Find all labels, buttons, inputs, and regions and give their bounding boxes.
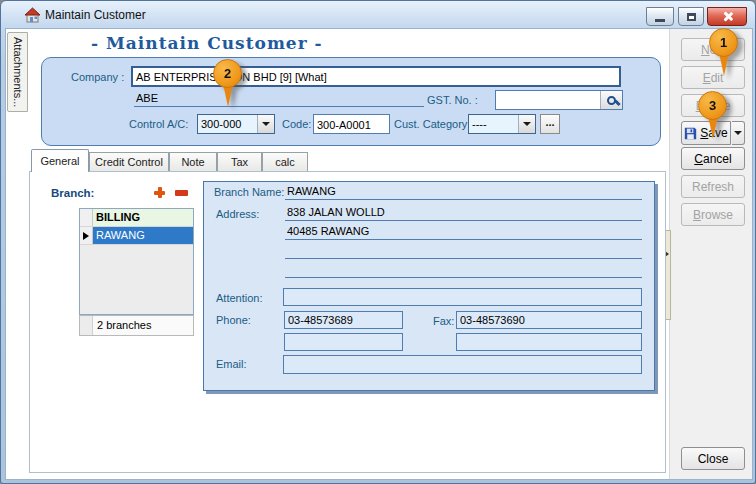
minus-icon bbox=[175, 190, 188, 196]
cust-category-label: Cust. Category: bbox=[394, 118, 470, 130]
annotation-marker-3: 3 bbox=[698, 91, 728, 139]
marker-number: 1 bbox=[709, 28, 738, 57]
gst-search-button[interactable] bbox=[600, 91, 622, 109]
current-row-icon bbox=[83, 232, 89, 240]
code-label: Code: bbox=[282, 118, 311, 130]
gst-label: GST. No. : bbox=[427, 94, 478, 106]
address-label: Address: bbox=[216, 208, 259, 220]
branch-list[interactable]: BILLING RAWANG bbox=[79, 208, 194, 315]
branch-row-billing[interactable]: BILLING bbox=[80, 209, 193, 227]
branch-name-input[interactable]: RAWANG bbox=[285, 184, 642, 200]
save-options-button[interactable] bbox=[732, 121, 745, 145]
add-branch-button[interactable] bbox=[153, 186, 166, 199]
control-ac-label: Control A/C: bbox=[129, 118, 188, 130]
minimize-icon bbox=[655, 19, 665, 22]
browse-button[interactable]: Browse bbox=[681, 203, 745, 226]
tab-note[interactable]: Note bbox=[169, 152, 217, 171]
attention-label: Attention: bbox=[216, 292, 262, 304]
tab-credit-control[interactable]: Credit Control bbox=[89, 152, 169, 171]
search-icon bbox=[607, 96, 616, 105]
refresh-button[interactable]: Refresh bbox=[681, 175, 745, 198]
marker-number: 3 bbox=[698, 91, 727, 120]
attachments-tab[interactable]: Attachments... bbox=[7, 32, 28, 112]
fax2-input[interactable] bbox=[456, 333, 642, 351]
annotation-marker-2: 2 bbox=[213, 59, 243, 107]
close-icon bbox=[722, 11, 733, 22]
row-gutter bbox=[80, 209, 93, 226]
control-ac-combo[interactable]: 300-000 bbox=[197, 114, 275, 134]
tab-general[interactable]: General bbox=[31, 149, 89, 172]
remove-branch-button[interactable] bbox=[175, 186, 188, 199]
control-ac-dropdown-button[interactable] bbox=[257, 115, 274, 133]
branch-count-bar: 2 branches bbox=[79, 315, 194, 336]
address-line-3-input[interactable] bbox=[285, 243, 642, 259]
tab-calc[interactable]: calc bbox=[262, 152, 308, 171]
address-line-1-input[interactable]: 838 JALAN WOLLD bbox=[285, 205, 642, 221]
company-label: Company : bbox=[71, 71, 124, 83]
maintain-customer-window: Maintain Customer Attachments... - Maint… bbox=[0, 0, 756, 484]
branch-name-label: Branch Name: bbox=[214, 186, 284, 198]
maximize-button[interactable] bbox=[678, 7, 704, 26]
fax-input[interactable]: 03-48573690 bbox=[456, 311, 642, 329]
minimize-button[interactable] bbox=[646, 7, 674, 26]
annotation-marker-1: 1 bbox=[709, 28, 739, 76]
phone2-input[interactable] bbox=[284, 333, 403, 351]
phone-label: Phone: bbox=[216, 314, 251, 326]
page-title: - Maintain Customer - bbox=[91, 33, 323, 53]
address-line-2-input[interactable]: 40485 RAWANG bbox=[285, 224, 642, 240]
fax-label: Fax: bbox=[433, 315, 454, 327]
cust-category-browse-button[interactable]: ... bbox=[540, 114, 560, 134]
email-label: Email: bbox=[216, 358, 247, 370]
close-window-button[interactable] bbox=[707, 7, 747, 26]
branch-count: 2 branches bbox=[93, 316, 193, 335]
cust-category-dropdown-button[interactable] bbox=[518, 115, 535, 133]
app-icon bbox=[24, 7, 41, 23]
email-input[interactable] bbox=[283, 355, 642, 374]
address-line-4-input[interactable] bbox=[285, 262, 642, 278]
marker-number: 2 bbox=[213, 59, 242, 88]
branch-row-rawang[interactable]: RAWANG bbox=[80, 227, 193, 245]
maximize-icon bbox=[687, 13, 696, 21]
phone-input[interactable]: 03-48573689 bbox=[284, 311, 403, 329]
cust-category-combo[interactable]: ---- bbox=[468, 114, 536, 134]
attention-input[interactable] bbox=[283, 288, 642, 306]
chevron-down-icon bbox=[523, 122, 531, 126]
company-input[interactable]: AB ENTERPRISE SDN BHD [9] [What] bbox=[131, 66, 621, 87]
short-code-input[interactable]: ABE bbox=[134, 91, 424, 107]
close-button[interactable]: Close bbox=[681, 447, 745, 470]
row-gutter bbox=[80, 227, 93, 244]
branch-label: Branch: bbox=[51, 187, 94, 199]
chevron-down-icon bbox=[262, 122, 270, 126]
code-input[interactable]: 300-A0001 bbox=[313, 114, 390, 134]
cancel-button[interactable]: Cancel bbox=[681, 147, 745, 170]
chevron-down-icon bbox=[734, 131, 742, 135]
tab-tax[interactable]: Tax bbox=[217, 152, 262, 171]
save-icon bbox=[684, 127, 697, 140]
gst-input[interactable] bbox=[495, 90, 623, 110]
window-title: Maintain Customer bbox=[45, 8, 146, 22]
